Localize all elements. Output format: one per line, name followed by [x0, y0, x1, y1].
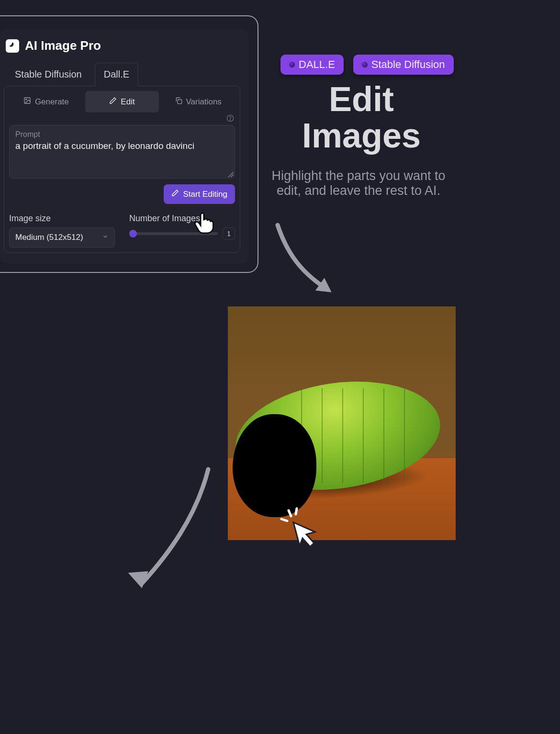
- help-row: [9, 113, 235, 124]
- app-title: AI Image Pro: [25, 38, 101, 53]
- controls-row: Image size Medium (512x512) Number of Im…: [9, 214, 235, 248]
- mode-tab-label: Edit: [121, 97, 134, 107]
- image-size-control: Image size Medium (512x512): [9, 214, 115, 248]
- action-row: Start Editing: [9, 184, 235, 204]
- app-logo-icon: [6, 39, 19, 53]
- help-icon[interactable]: [226, 114, 234, 124]
- image-icon: [23, 97, 31, 107]
- app-panel-frame: AI Image Pro Stable Diffusion Dall.E Gen…: [0, 15, 258, 273]
- chevron-down-icon: [102, 233, 109, 242]
- num-images-label: Number of Images: [129, 214, 235, 224]
- svg-point-1: [26, 99, 27, 100]
- badge-stable-diffusion: Stable Diffusion: [353, 55, 454, 75]
- image-size-value: Medium (512x512): [15, 233, 83, 242]
- hero-subtitle: Highlight the parts you want to edit, an…: [270, 169, 447, 198]
- mode-tab-label: Generate: [35, 97, 69, 107]
- num-images-control: Number of Images 1: [129, 214, 235, 240]
- edit-mask-region[interactable]: [233, 414, 316, 517]
- app-header: AI Image Pro: [4, 38, 240, 59]
- dot-icon: [289, 62, 295, 68]
- badge-dalle: DALL.E: [280, 55, 344, 75]
- start-editing-button[interactable]: Start Editing: [164, 184, 235, 204]
- svg-rect-2: [178, 100, 182, 104]
- prompt-label: Prompt: [15, 130, 229, 139]
- mode-tab-variations[interactable]: Variations: [161, 91, 235, 113]
- image-size-label: Image size: [9, 214, 115, 224]
- model-tab-bar: Stable Diffusion Dall.E: [4, 63, 240, 86]
- badge-label: DALL.E: [299, 58, 335, 71]
- num-images-value: 1: [223, 227, 235, 240]
- mode-tab-generate[interactable]: Generate: [9, 91, 83, 113]
- image-size-select[interactable]: Medium (512x512): [9, 227, 115, 248]
- num-images-slider[interactable]: [129, 232, 218, 235]
- copy-icon: [175, 97, 182, 107]
- prompt-input[interactable]: [15, 141, 229, 162]
- slider-thumb-icon[interactable]: [129, 230, 137, 237]
- tab-stable-diffusion[interactable]: Stable Diffusion: [6, 63, 91, 86]
- arrow-icon: [273, 220, 345, 302]
- resize-handle-icon[interactable]: [228, 171, 234, 177]
- hero-title: Edit Images: [278, 81, 445, 154]
- svg-point-4: [230, 120, 230, 120]
- model-badges: DALL.E Stable Diffusion: [280, 55, 454, 75]
- dot-icon: [362, 62, 368, 68]
- result-image: [228, 306, 456, 540]
- pencil-icon: [109, 97, 117, 107]
- mode-tab-edit[interactable]: Edit: [85, 91, 159, 113]
- prompt-box: Prompt: [9, 125, 235, 179]
- start-editing-label: Start Editing: [183, 190, 227, 199]
- pencil-icon: [171, 189, 179, 199]
- badge-label: Stable Diffusion: [371, 58, 445, 71]
- tab-dalle[interactable]: Dall.E: [95, 63, 138, 86]
- arrow-icon: [124, 464, 215, 598]
- mode-tab-label: Variations: [186, 97, 222, 107]
- mode-tab-bar: Generate Edit Variations: [9, 91, 235, 113]
- tool-area: Generate Edit Variations: [4, 86, 240, 253]
- app-panel: AI Image Pro Stable Diffusion Dall.E Gen…: [0, 30, 249, 263]
